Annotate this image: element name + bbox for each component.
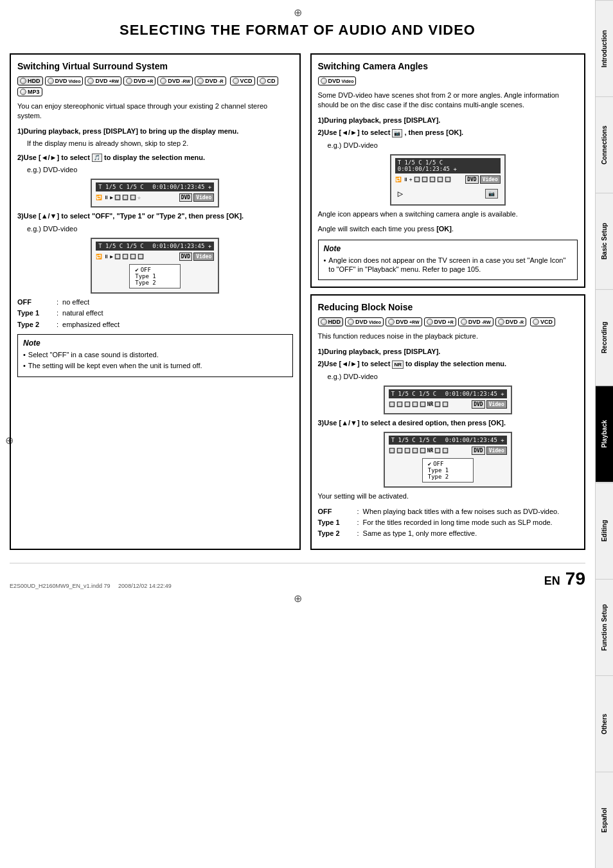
def-type2-term: Type 2 [17,320,53,329]
tab-recording[interactable]: Recording [596,289,613,385]
noise-step1-label: 1) [318,348,324,355]
tab-introduction[interactable]: Introduction [596,0,613,96]
footer-file-info: E2S00UD_H2160MW9_EN_v1.indd 79 2008/12/0… [10,583,172,589]
noise-screen1-topbar: T 1/5 C 1/5 C 0:01:00/1:23:45 + [389,389,507,398]
noise-menu-off: ✔ OFF [428,461,468,467]
noise-def-type1-term: Type 1 [318,518,353,527]
block-noise-disc-badges: HDD DVDVideo DVD+RW DVD+R DVD-RW DVD-R V… [318,317,578,326]
camera-screen: T 1/5 C 1/5 C 0:01:00/1:23:45 + 🔁 ⏸ + 🔲 … [390,154,506,206]
camera-step2-label: 2) [318,128,324,136]
def-type2: Type 2 : emphasized effect [17,320,293,329]
noise-def-type2-sep: : [357,529,359,538]
left-screen2: T 1/5 C 1/5 C 0:01:00/1:23:45 + 🔁 ⏸ ▶ 🔲 … [91,238,219,294]
noise-menu-type1: Type 1 [428,467,468,474]
tab-connections[interactable]: Connections [596,96,613,193]
left-step1-text: During playback, press [DISPLAY] to brin… [24,127,239,135]
left-step3-sub: e.g.) DVD-video [27,224,293,234]
noise-def-type1-value: For the titles recorded in long time mod… [363,518,553,527]
camera-video-badge: Video [480,175,501,184]
tab-basic-setup[interactable]: Basic Setup [596,193,613,289]
left-note-title: Note [23,339,287,348]
camera-angles-section: Switching Camera Angles DVDVideo Some DV… [310,53,586,288]
page-footer: E2S00UD_H2160MW9_EN_v1.indd 79 2008/12/0… [10,563,585,589]
camera-step2: 2)Use [◄/►] to select 📷 , then press [OK… [318,128,578,137]
camera-dvd-badge: DVD [465,175,478,184]
noise-badge-dvd-plus-rw: DVD+RW [386,317,422,326]
noise-step2-label: 2) [318,360,324,368]
crosshair-top: ⊕ [10,6,585,19]
bullet-2: • [23,361,26,370]
badge-dvd-plus-r: DVD+R [123,76,155,85]
noise-def-type1: Type 1 : For the titles recorded in long… [318,518,578,527]
badge-dvd-minus-rw: DVD-RW [157,76,193,85]
noise-step1-text: During playback, press [DISPLAY]. [324,348,440,355]
left-step2-text: Use [◄/►] to select 🎵 to display the sel… [24,154,205,161]
noise-screen2-video: Video [486,447,507,455]
left-step2: 2)Use [◄/►] to select 🎵 to display the s… [17,153,293,163]
left-screen1-dvd-badge: DVD [179,193,192,202]
footer-date: 2008/12/02 14:22:49 [118,583,172,589]
def-type2-value: emphasized effect [62,320,120,329]
left-screen1: T 1/5 C 1/5 C 0:01:00/1:23:45 + 🔁 ⏸ ▶ 🔲 … [91,179,219,208]
noise-definitions: OFF : When playing back titles with a fe… [318,507,578,538]
camera-step2-sub: e.g.) DVD-video [328,141,578,150]
camera-badge-dvd-video: DVDVideo [318,76,357,85]
bullet-c1: • [324,256,326,274]
noise-screen2-topbar: T 1/5 C 1/5 C 0:01:00/1:23:45 + [389,436,507,445]
page-number-area: EN 79 [544,569,585,589]
tab-others[interactable]: Others [596,675,613,772]
badge-dvd-video-1: DVDVideo [45,76,84,85]
side-tab-bar: Introduction Connections Basic Setup Rec… [595,0,613,868]
left-step1: 1)During playback, press [DISPLAY] to br… [17,127,293,136]
noise-menu-type2: Type 2 [428,474,468,480]
noise-step2-sub: e.g.) DVD-video [328,372,578,382]
noise-badge-dvd-minus-r: DVD-R [495,317,526,326]
left-menu-off: ✔ OFF [135,267,175,273]
angle-note1: Angle icon appears when a switching came… [318,209,578,219]
left-note-text1: Select "OFF" in a case sound is distorte… [28,350,159,359]
camera-intro-text: Some DVD-video have scenes shot from 2 o… [318,91,578,111]
def-type2-sep: : [57,320,58,329]
two-column-layout: Switching Virtual Surround System HDD DV… [10,53,585,550]
noise-def-off-term: OFF [318,507,353,516]
left-column: Switching Virtual Surround System HDD DV… [10,53,301,550]
def-type1-sep: : [57,308,58,317]
tab-espanol[interactable]: Español [596,772,613,868]
tab-function-setup[interactable]: Function Setup [596,579,613,675]
camera-screen-icons: 🔁 ⏸ + 🔲 🔲 🔲 🔲 🔲 DVD Video [395,175,501,184]
left-step3-label: 3) [17,212,24,220]
camera-step1-label: 1) [318,116,324,124]
tab-playback[interactable]: Playback [596,385,613,482]
camera-disc-badges: DVDVideo [318,76,578,85]
nr-select-icon: NR [392,360,404,369]
badge-hdd: HDD [17,76,43,85]
page-wrapper: Introduction Connections Basic Setup Rec… [0,0,613,868]
left-section-title: Switching Virtual Surround System [17,61,293,71]
left-screen2-menu: ✔ OFF Type 1 Type 2 [129,264,181,288]
select-icon-step2: 🎵 [92,154,102,162]
def-off-sep: : [57,297,58,306]
tab-editing[interactable]: Editing [596,483,613,579]
noise-screen2-icons: 🔲 🔲 🔲 🔲 🔲 NR 🔲 🔲 DVD Video [389,447,507,455]
left-step3: 3)Use [▲/▼] to select "OFF", "Type 1" or… [17,211,293,221]
page-number: 79 [565,569,585,589]
footer-file: E2S00UD_H2160MW9_EN_v1.indd 79 [10,583,111,589]
camera-note-title: Note [324,244,573,253]
noise-def-type2-term: Type 2 [318,529,353,538]
badge-vcd: VCD [230,76,255,85]
left-note-item1: • Select "OFF" in a case sound is distor… [23,350,287,359]
left-menu-type1: Type 1 [135,273,175,279]
left-disc-badges: HDD DVDVideo DVD+RW DVD+R DVD-RW DVD-R V… [17,76,293,96]
noise-screen1-icons: 🔲 🔲 🔲 🔲 🔲 NR 🔲 🔲 DVD Video [389,400,507,409]
noise-step3: 3)Use [▲/▼] to select a desired option, … [318,418,578,428]
angle-note2: Angle will switch each time you press [O… [318,224,578,234]
left-step2-label: 2) [17,154,24,161]
noise-def-type2: Type 2 : Same as type 1, only more effec… [318,529,578,538]
noise-def-off-value: When playing back titles with a few nois… [363,507,560,516]
def-off: OFF : no effect [17,297,293,306]
camera-angles-title: Switching Camera Angles [318,61,578,71]
right-column: Switching Camera Angles DVDVideo Some DV… [310,53,586,550]
noise-screen2: T 1/5 C 1/5 C 0:01:00/1:23:45 + 🔲 🔲 🔲 🔲 … [384,432,512,488]
play-icon: ▷ [398,188,403,199]
def-type1-value: natural effect [62,308,103,317]
